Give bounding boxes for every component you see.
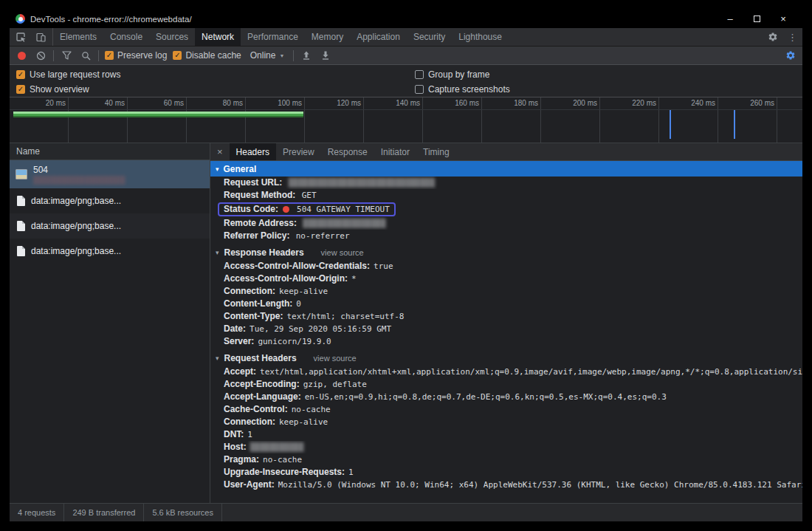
device-toolbar-icon[interactable] [31,28,51,46]
view-source-link[interactable]: view source [321,248,364,257]
close-details-icon[interactable]: × [210,143,230,160]
header-name: Connection: [224,286,275,296]
capture-screenshots-checkbox[interactable]: Capture screenshots [415,84,510,95]
use-large-request-rows-label: Use large request rows [30,69,120,80]
header-row: Date:Tue, 29 Sep 2020 05:16:59 GMT [210,323,802,335]
header-value: true [374,261,393,271]
header-value: Mozilla/5.0 (Windows NT 10.0; Win64; x64… [278,480,802,490]
header-name: Content-Type: [224,311,283,321]
request-url-redacted: ▒▒▒▒▒▒▒▒▒▒▒▒▒▒▒▒ [33,175,125,185]
tab-preview[interactable]: Preview [276,143,321,160]
timeline-column: 120 ms [305,97,364,143]
header-name: Access-Control-Allow-Credentials: [224,261,370,271]
import-har-icon[interactable] [300,51,313,60]
tab-application[interactable]: Application [350,28,407,46]
timeline-column: 100 ms [246,97,305,143]
tab-console[interactable]: Console [103,28,149,46]
request-row-data-image[interactable]: data:image/png;base... [10,188,210,213]
document-icon [17,196,25,206]
header-value: GET [302,191,317,200]
header-row: Pragma:no-cache [210,453,802,466]
header-row: Content-Type:text/html; charset=utf-8 [210,310,802,323]
tab-sources[interactable]: Sources [149,28,195,46]
request-list-name-header[interactable]: Name [10,143,210,160]
tab-label: Security [413,32,445,42]
tick-label: 20 ms [46,99,66,107]
tab-security[interactable]: Security [407,28,452,46]
request-name: 504 [33,165,125,175]
tab-timing[interactable]: Timing [416,143,456,160]
tick-label: 140 ms [396,99,420,107]
header-row: Server:gunicorn/19.9.0 [210,335,802,348]
timeline-column: 220 ms [600,97,659,143]
chevron-down-icon: ▼ [279,53,284,58]
network-settings-gear-icon[interactable] [784,50,797,61]
header-name: Accept-Language: [224,391,301,402]
network-overview-timeline[interactable]: 20 ms 40 ms 60 ms 80 ms 100 ms 120 ms 14… [10,97,802,143]
header-value-redacted: ▒▒▒▒▒▒▒▒▒▒▒ [250,442,304,452]
tab-label: Lighthouse [458,32,502,42]
header-value: 0 [296,299,301,309]
timeline-column: 80 ms [187,97,246,143]
status-code-highlight-box: Status Code: 504 GATEWAY TIMEOUT [218,202,396,216]
tab-lighthouse[interactable]: Lighthouse [452,28,509,46]
dom-content-loaded-marker [670,110,671,139]
tab-label: Elements [60,32,97,42]
options-row: ✓ Show overview Capture screenshots [16,82,796,97]
general-section-header[interactable]: ▾ General [210,161,802,177]
show-overview-checkbox[interactable]: ✓ Show overview [16,84,415,95]
header-name: DNT: [224,429,244,439]
settings-gear-icon[interactable] [763,28,782,46]
tab-elements[interactable]: Elements [53,28,103,46]
record-network-log-icon[interactable] [15,52,28,60]
image-preview-icon [16,169,27,179]
tab-performance[interactable]: Performance [241,28,305,46]
header-value: keep-alive [279,287,328,296]
check-glyph: ✓ [18,71,24,78]
clear-network-log-icon[interactable] [34,51,47,61]
header-name: Request URL: [224,177,282,188]
request-row-504[interactable]: 504 ▒▒▒▒▒▒▒▒▒▒▒▒▒▒▒▒ [10,160,210,188]
tab-response[interactable]: Response [321,143,374,160]
more-options-kebab-icon[interactable]: ⋮ [782,28,802,46]
show-overview-label: Show overview [30,84,89,95]
use-large-request-rows-checkbox[interactable]: ✓ Use large request rows [16,69,415,80]
tick-label: 40 ms [105,99,125,107]
header-value-redacted: ▒▒▒▒▒▒▒▒▒▒▒▒▒▒▒▒▒▒▒▒▒▒▒▒▒▒▒▒▒▒ [289,178,436,188]
response-headers-section-header[interactable]: ▾ Response Headers view source [210,242,802,260]
header-name: Accept-Encoding: [224,379,300,389]
filter-icon[interactable] [60,51,73,60]
header-row: Connection:keep-alive [210,285,802,298]
timeline-column: 240 ms [659,97,718,143]
request-headers-section-header[interactable]: ▾ Request Headers view source [210,348,802,366]
tab-label: Response [328,147,368,157]
search-icon[interactable] [79,51,92,61]
minimize-button[interactable]: – [717,13,743,24]
check-glyph: ✓ [18,86,24,93]
export-har-icon[interactable] [319,51,332,60]
close-button[interactable]: × [770,13,796,24]
tab-headers[interactable]: Headers [230,143,276,160]
maximize-button[interactable] [743,13,770,24]
group-by-frame-checkbox[interactable]: Group by frame [415,69,489,80]
tab-memory[interactable]: Memory [305,28,350,46]
preserve-log-checkbox[interactable]: ✓ Preserve log [105,50,167,61]
view-source-link[interactable]: view source [314,354,357,363]
header-row: Access-Control-Allow-Credentials:true [210,260,802,273]
header-name: Remote Address: [224,218,297,228]
throttling-dropdown[interactable]: Online ▼ [247,50,288,61]
tab-network[interactable]: Network [195,28,241,46]
header-row-host: Host:▒▒▒▒▒▒▒▒▒▒▒ [210,441,802,453]
request-row-data-image[interactable]: data:image/png;base... [10,239,210,264]
name-column-label: Name [16,146,40,157]
triangle-down-icon: ▾ [216,165,219,173]
request-row-data-image[interactable]: data:image/png;base... [10,213,210,239]
network-toolbar: ✓ Preserve log ✓ Disable cache Online ▼ [10,46,802,65]
tab-initiator[interactable]: Initiator [374,143,416,160]
inspect-element-icon[interactable] [11,28,31,46]
load-event-marker [734,110,735,139]
header-name: Connection: [224,417,275,427]
document-icon [17,246,25,256]
disable-cache-checkbox[interactable]: ✓ Disable cache [173,50,241,61]
header-name: Accept: [224,366,256,377]
